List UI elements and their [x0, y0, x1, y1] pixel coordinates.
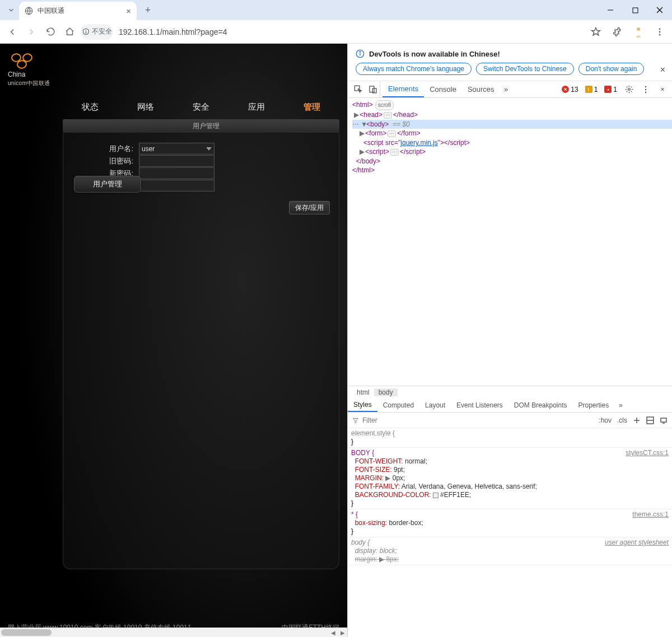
extensions-icon[interactable] — [609, 24, 625, 40]
browser-tab[interactable]: 中国联通 × — [19, 2, 137, 20]
styles-filter-bar: Filter :hov .cls — [348, 413, 672, 428]
styles-tabs: Styles Computed Layout Event Listeners D… — [348, 398, 672, 413]
input-confirm[interactable] — [139, 180, 214, 191]
inspect-icon[interactable] — [351, 81, 366, 97]
subtab-styles[interactable]: Styles — [348, 398, 377, 412]
nav-security[interactable]: 安全 — [174, 97, 229, 117]
svg-point-17 — [645, 88, 647, 90]
source-link[interactable]: theme.css:1 — [632, 510, 669, 519]
svg-point-11 — [360, 51, 360, 52]
subnav-user[interactable]: 用户管理 — [73, 121, 339, 131]
subtab-properties[interactable]: Properties — [573, 398, 615, 412]
crumb-body[interactable]: body — [374, 388, 398, 396]
label-oldpw: 旧密码: — [63, 156, 133, 166]
settings-icon[interactable] — [622, 85, 636, 93]
error-count[interactable]: ✕13 — [559, 86, 580, 93]
tab-console[interactable]: Console — [424, 81, 462, 97]
chrome-menu-icon[interactable] — [652, 24, 668, 40]
cls-toggle[interactable]: .cls — [617, 416, 627, 424]
router-page: China unicom中国联通 状态 网络 安全 应用 管理 用户管理 用户名… — [0, 44, 347, 637]
forward-button[interactable] — [24, 24, 39, 40]
subtab-event-listeners[interactable]: Event Listeners — [451, 398, 508, 412]
url-text[interactable]: 192.168.1.1/main.html?page=4 — [119, 27, 227, 36]
svg-rect-23 — [661, 418, 666, 422]
chip-switch-cn[interactable]: Switch DevTools to Chinese — [476, 63, 574, 75]
dom-tree[interactable]: <html>scroll ▶<head>⋯</head> ⋯ ▼<body> =… — [348, 98, 672, 177]
svg-point-16 — [645, 86, 647, 87]
nav-network[interactable]: 网络 — [118, 97, 174, 117]
tab-strip: 中国联通 × + — [0, 0, 672, 20]
device-toggle-icon[interactable] — [366, 81, 380, 97]
chip-dont-show[interactable]: Don't show again — [578, 63, 645, 75]
input-newpw[interactable] — [139, 167, 214, 179]
breadcrumb: html body — [348, 386, 672, 398]
window-close-icon[interactable] — [647, 0, 672, 20]
computed-toggle-icon[interactable] — [646, 416, 654, 424]
svg-point-6 — [659, 28, 661, 30]
home-button[interactable] — [62, 24, 77, 40]
svg-point-4 — [85, 32, 86, 33]
select-username[interactable]: user — [139, 143, 214, 154]
crumb-html[interactable]: html — [352, 388, 374, 396]
address-bar: 不安全 192.168.1.1/main.html?page=4 — [0, 20, 672, 44]
logo-text: unicom中国联通 — [8, 79, 347, 87]
input-oldpw[interactable] — [139, 155, 214, 167]
window-minimize-icon[interactable] — [598, 0, 623, 20]
banner-text: DevTools is now available in Chinese! — [369, 50, 500, 58]
side-user-mgmt-button[interactable]: 用户管理 — [74, 176, 141, 193]
top-nav: 状态 网络 安全 应用 管理 — [63, 97, 339, 117]
nav-status[interactable]: 状态 — [63, 97, 118, 117]
ua-label: user agent stylesheet — [605, 538, 669, 547]
back-button[interactable] — [4, 24, 20, 40]
profile-avatar-icon[interactable] — [631, 24, 646, 40]
tab-search-icon[interactable] — [4, 3, 18, 17]
reload-button[interactable] — [43, 24, 58, 40]
devtools: DevTools is now available in Chinese! Al… — [347, 44, 672, 637]
subtab-dom-break[interactable]: DOM Breakpoints — [508, 398, 573, 412]
svg-point-18 — [645, 91, 647, 93]
save-apply-button[interactable]: 保存/应用 — [289, 201, 330, 214]
unicom-logo: China unicom中国联通 — [0, 44, 347, 87]
devtools-menu-icon[interactable] — [638, 86, 653, 93]
styles-pane[interactable]: element.style {} stylesCT.css:1 BODY { F… — [348, 428, 672, 637]
filter-icon — [352, 417, 359, 424]
tabs-overflow-icon[interactable]: » — [500, 81, 512, 97]
svg-point-7 — [659, 31, 661, 32]
svg-point-15 — [628, 88, 630, 91]
globe-icon — [25, 7, 33, 15]
not-secure-label: 不安全 — [92, 27, 112, 36]
language-banner: DevTools is now available in Chinese! Al… — [348, 44, 672, 81]
devtools-tabbar: Elements Console Sources » ✕13 !1 ▪1 × — [348, 81, 672, 98]
site-security-chip[interactable]: 不安全 — [81, 24, 113, 40]
bookmark-icon[interactable] — [588, 24, 604, 40]
tab-sources[interactable]: Sources — [462, 81, 500, 97]
subtabs-overflow-icon[interactable]: » — [614, 398, 627, 412]
new-tab-button[interactable]: + — [140, 2, 156, 18]
new-style-rule-icon[interactable] — [633, 416, 641, 424]
close-tab-icon[interactable]: × — [126, 6, 131, 16]
svg-rect-13 — [370, 86, 374, 92]
svg-point-5 — [637, 27, 640, 31]
svg-point-8 — [659, 34, 661, 35]
sub-nav: 用户管理 — [63, 119, 339, 133]
warning-count[interactable]: !1 — [583, 86, 600, 93]
filter-label[interactable]: Filter — [362, 416, 377, 424]
banner-close-icon[interactable]: × — [660, 65, 665, 75]
nav-manage[interactable]: 管理 — [284, 97, 339, 117]
chip-always-match[interactable]: Always match Chrome's language — [356, 63, 472, 75]
svg-rect-2 — [633, 8, 638, 13]
hov-toggle[interactable]: :hov — [599, 416, 612, 424]
subtab-computed[interactable]: Computed — [377, 398, 419, 412]
label-username: 用户名: — [63, 144, 133, 154]
devtools-close-icon[interactable]: × — [655, 85, 670, 93]
issues-count[interactable]: ▪1 — [602, 86, 619, 93]
horizontal-scrollbar[interactable]: ◀▶ — [0, 627, 347, 637]
subtab-layout[interactable]: Layout — [419, 398, 451, 412]
window-maximize-icon[interactable] — [623, 0, 647, 20]
tab-elements[interactable]: Elements — [382, 81, 424, 97]
rendering-icon[interactable] — [660, 416, 668, 424]
nav-app[interactable]: 应用 — [228, 97, 284, 117]
source-link[interactable]: stylesCT.css:1 — [626, 449, 669, 457]
tab-title: 中国联通 — [38, 6, 64, 16]
